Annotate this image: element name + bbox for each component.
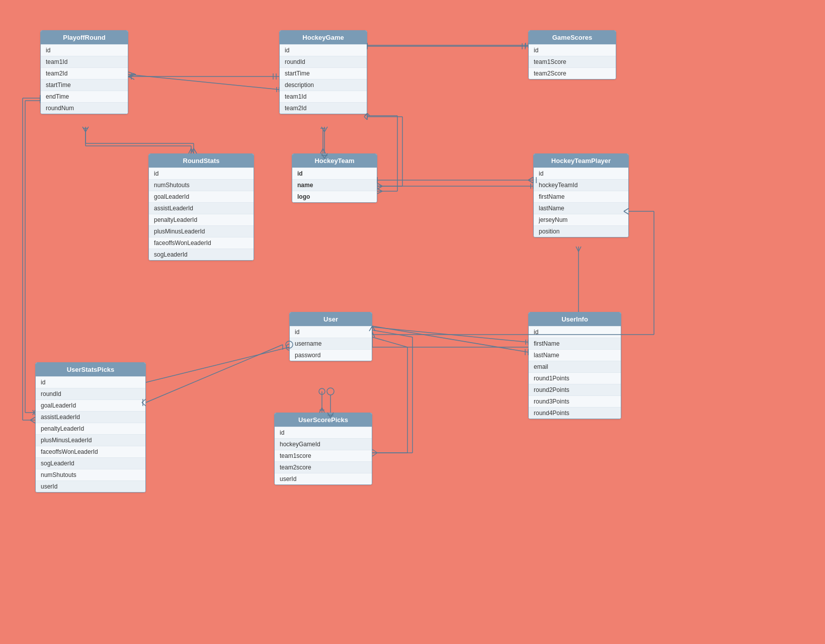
field-usp-id: id	[36, 376, 145, 388]
entity-header-round-stats: RoundStats	[149, 154, 254, 168]
svg-line-26	[367, 113, 370, 116]
field-ui-id: id	[529, 326, 621, 338]
field-u-id: id	[290, 326, 372, 338]
entity-playoff-round: PlayoffRound id team1Id team2Id startTim…	[40, 30, 128, 114]
field-usp-plusminusleaderid: plusMinusLeaderId	[36, 434, 145, 446]
field-hg-team2id: team2Id	[280, 102, 367, 114]
svg-line-93	[377, 186, 382, 189]
field-usp-numshutouts: numShutouts	[36, 469, 145, 480]
svg-line-0	[128, 74, 279, 90]
svg-line-125	[372, 449, 377, 453]
svg-line-82	[324, 127, 327, 132]
field-ht-name: name	[292, 179, 377, 191]
field-htp-position: position	[534, 225, 628, 237]
field-pr-id: id	[41, 44, 128, 56]
entity-header-user: User	[290, 312, 372, 326]
field-htp-jerseynum: jerseyNum	[534, 214, 628, 225]
svg-point-117	[327, 388, 334, 395]
svg-line-108	[372, 326, 528, 352]
entity-user-info: UserInfo id firstName lastName email rou…	[528, 312, 621, 419]
field-ui-email: email	[529, 361, 621, 372]
field-uscp-team2score: team2score	[275, 461, 372, 473]
field-rs-id: id	[149, 168, 254, 179]
field-uscp-team1score: team1score	[275, 450, 372, 461]
entity-header-user-stats-picks: UserStatsPicks	[36, 363, 145, 376]
field-pr-roundnum: roundNum	[41, 102, 128, 114]
field-gs-id: id	[529, 44, 616, 56]
field-rs-faceoffswonleaderid: faceoffsWonLeaderId	[149, 237, 254, 249]
field-ui-firstname: firstName	[529, 338, 621, 349]
entity-header-hockey-team-player: HockeyTeamPlayer	[534, 154, 628, 168]
field-pr-endtime: endTime	[41, 91, 128, 102]
svg-line-126	[372, 453, 377, 456]
svg-line-23	[377, 191, 382, 194]
field-u-password: password	[290, 349, 372, 361]
svg-line-17	[323, 148, 325, 153]
field-rs-sogleaderid: sogLeaderId	[149, 249, 254, 260]
field-usp-roundid: roundId	[36, 388, 145, 399]
field-htp-firstname: firstName	[534, 191, 628, 202]
entity-header-user-score-picks: UserScorePicks	[275, 413, 372, 427]
field-usp-penaltyleaderid: penaltyLeaderId	[36, 423, 145, 434]
field-rs-numshutouts: numShutouts	[149, 179, 254, 191]
field-ui-round3points: round3Points	[529, 395, 621, 407]
field-uscp-id: id	[275, 427, 372, 438]
svg-line-78	[191, 148, 194, 153]
entity-hockey-game: HockeyGame id roundId startTime descript…	[279, 30, 367, 114]
field-usp-sogleaderid: sogLeaderId	[36, 457, 145, 469]
svg-line-13	[191, 148, 194, 153]
svg-line-38	[372, 327, 528, 342]
field-gs-team2score: team2Score	[529, 67, 616, 79]
entity-user-stats-picks: UserStatsPicks id roundId goalLeaderId a…	[35, 362, 146, 493]
svg-line-36	[372, 332, 375, 337]
field-hg-roundid: roundId	[280, 56, 367, 67]
svg-line-91	[364, 117, 367, 120]
svg-line-67	[128, 76, 134, 79]
field-hg-id: id	[280, 44, 367, 56]
svg-line-1	[128, 72, 136, 74]
entity-round-stats: RoundStats id numShutouts goalLeaderId a…	[148, 153, 254, 261]
svg-line-76	[82, 127, 86, 132]
field-uscp-userid: userId	[275, 473, 372, 485]
field-htp-lastname: lastName	[534, 202, 628, 214]
entity-header-hockey-game: HockeyGame	[280, 31, 367, 44]
svg-line-22	[377, 189, 382, 191]
field-hg-starttime: startTime	[280, 67, 367, 79]
entity-game-scores: GameScores id team1Score team2Score	[528, 30, 616, 79]
field-usp-userid: userId	[36, 480, 145, 492]
entity-header-hockey-team: HockeyTeam	[292, 154, 377, 168]
entity-hockey-team-player: HockeyTeamPlayer id hockeyTeamId firstNa…	[533, 153, 629, 237]
field-usp-faceoffswonleaderid: faceoffsWonLeaderId	[36, 446, 145, 457]
svg-line-16	[320, 148, 323, 153]
svg-line-92	[377, 183, 382, 186]
svg-line-49	[319, 408, 322, 413]
entity-hockey-team: HockeyTeam id name logo	[292, 153, 377, 203]
field-ui-round1points: round1Points	[529, 372, 621, 384]
svg-line-132	[30, 420, 35, 423]
svg-line-54	[372, 337, 407, 347]
svg-line-41	[146, 347, 289, 382]
entity-header-game-scores: GameScores	[529, 31, 616, 44]
svg-line-124	[372, 330, 412, 337]
field-rs-plusminusleaderid: plusMinusLeaderId	[149, 225, 254, 237]
svg-line-34	[576, 247, 579, 252]
svg-line-50	[322, 408, 324, 413]
field-gs-team1score: team1Score	[529, 56, 616, 67]
field-usp-assistleaderid: assistLeaderId	[36, 411, 145, 423]
svg-line-98	[528, 177, 533, 180]
field-pr-team2id: team2Id	[41, 67, 128, 79]
field-rs-penaltyleaderid: penaltyLeaderId	[149, 214, 254, 225]
field-u-username: username	[290, 338, 372, 349]
field-ui-lastname: lastName	[529, 349, 621, 361]
field-ui-round2points: round2Points	[529, 384, 621, 395]
field-hg-description: description	[280, 79, 367, 91]
svg-line-106	[372, 326, 375, 331]
field-pr-starttime: startTime	[41, 79, 128, 91]
entity-user: User id username password	[289, 312, 372, 361]
svg-line-35	[579, 247, 581, 252]
svg-line-12	[189, 148, 191, 153]
svg-point-48	[319, 388, 325, 394]
entity-header-playoff-round: PlayoffRound	[41, 31, 128, 44]
field-ui-round4points: round4Points	[529, 407, 621, 419]
field-pr-team1id: team1Id	[41, 56, 128, 67]
